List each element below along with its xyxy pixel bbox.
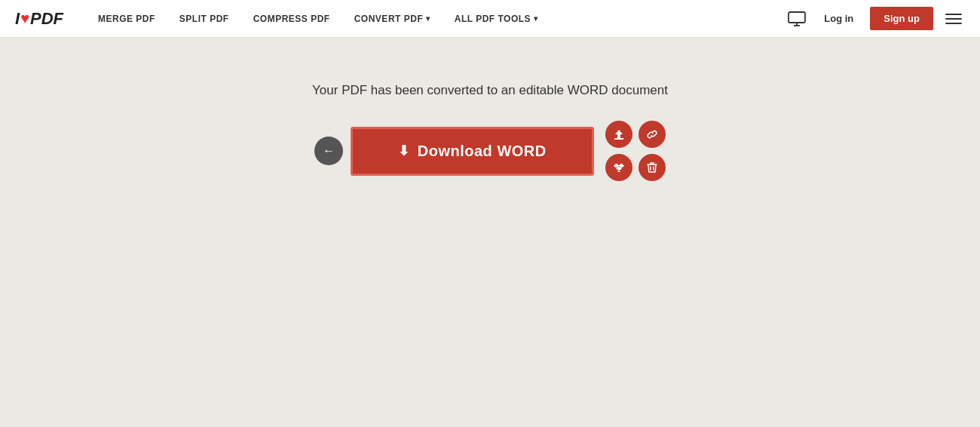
success-message: Your PDF has been converted to an editab… bbox=[312, 83, 668, 98]
nav-convert-pdf[interactable]: CONVERT PDF ▾ bbox=[342, 0, 443, 38]
logo-i: I bbox=[15, 9, 20, 29]
nav-merge-pdf[interactable]: MERGE PDF bbox=[86, 0, 167, 38]
upload-to-cloud-button[interactable] bbox=[605, 121, 632, 148]
logo[interactable]: I ♥ PDF bbox=[15, 9, 63, 29]
download-word-label: Download WORD bbox=[418, 143, 547, 160]
nav-all-pdf-tools[interactable]: ALL PDF TOOLS ▾ bbox=[443, 0, 550, 38]
save-to-dropbox-button[interactable] bbox=[605, 154, 632, 181]
logo-pdf: PDF bbox=[30, 9, 63, 29]
action-icons bbox=[605, 121, 666, 181]
delete-button[interactable] bbox=[639, 154, 666, 181]
download-icon: ⬇ bbox=[398, 143, 410, 159]
copy-link-button[interactable] bbox=[639, 121, 666, 148]
all-pdf-tools-caret: ▾ bbox=[534, 14, 538, 23]
nav-links: MERGE PDF SPLIT PDF COMPRESS PDF CONVERT… bbox=[86, 0, 786, 38]
back-arrow-icon: ← bbox=[323, 144, 335, 158]
main-content: Your PDF has been converted to an editab… bbox=[0, 38, 980, 181]
logo-heart: ♥ bbox=[20, 10, 29, 27]
navbar: I ♥ PDF MERGE PDF SPLIT PDF COMPRESS PDF… bbox=[0, 0, 980, 38]
hamburger-menu-icon[interactable] bbox=[942, 11, 965, 27]
navbar-right: Log in Sign up bbox=[786, 7, 965, 30]
download-word-button[interactable]: ⬇ Download WORD bbox=[351, 127, 593, 176]
signup-button[interactable]: Sign up bbox=[870, 7, 933, 30]
nav-compress-pdf[interactable]: COMPRESS PDF bbox=[241, 0, 342, 38]
download-row: ← ⬇ Download WORD bbox=[314, 121, 665, 181]
back-button[interactable]: ← bbox=[314, 137, 343, 165]
nav-split-pdf[interactable]: SPLIT PDF bbox=[167, 0, 241, 38]
login-button[interactable]: Log in bbox=[816, 8, 861, 29]
convert-pdf-caret: ▾ bbox=[426, 14, 430, 23]
svg-rect-0 bbox=[789, 12, 805, 23]
monitor-icon[interactable] bbox=[786, 8, 807, 29]
